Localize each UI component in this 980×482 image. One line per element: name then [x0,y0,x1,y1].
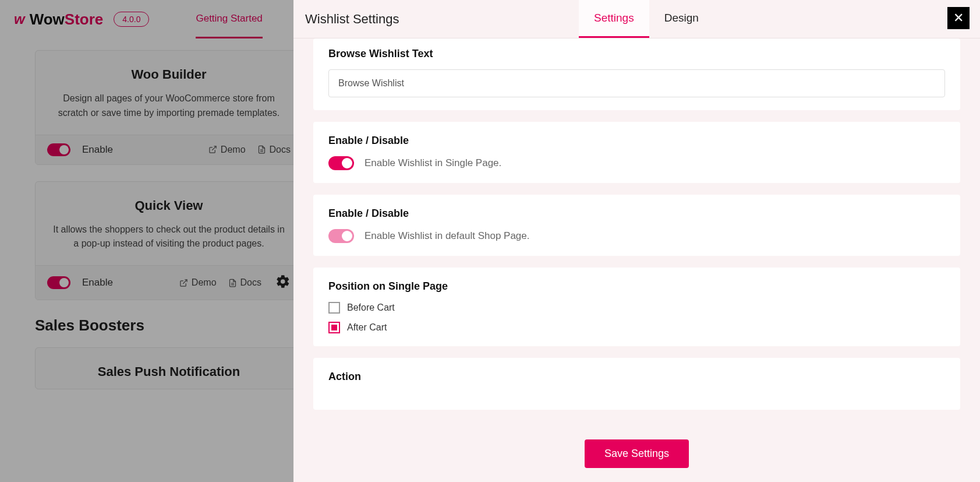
modal-body: Browse Wishlist Text Enable / Disable En… [293,38,980,430]
modal-title: Wishlist Settings [305,12,399,27]
close-icon: ✕ [953,10,964,26]
browse-wishlist-text-input[interactable] [328,69,945,97]
tab-design[interactable]: Design [649,0,714,38]
field-label: Browse Wishlist Text [328,48,945,60]
panel-position: Position on Single Page Before Cart Afte… [313,268,960,346]
field-label: Enable / Disable [328,135,945,147]
checkbox-label: After Cart [347,322,387,333]
field-label: Position on Single Page [328,280,945,293]
panel-action: Action [313,358,960,410]
shop-page-toggle[interactable] [328,229,354,243]
field-label: Action [328,371,945,383]
modal-header: Wishlist Settings Settings Design ✕ [293,0,980,38]
toggle-description: Enable Wishlist in default Shop Page. [365,230,530,242]
tab-settings[interactable]: Settings [579,0,649,38]
panel-single-page-enable: Enable / Disable Enable Wishlist in Sing… [313,122,960,183]
checkbox-icon [328,322,340,333]
position-after-cart[interactable]: After Cart [328,322,945,333]
field-label: Enable / Disable [328,207,945,220]
checkbox-icon [328,302,340,314]
wishlist-settings-modal: Wishlist Settings Settings Design ✕ Brow… [293,0,980,482]
save-settings-button[interactable]: Save Settings [585,439,689,468]
single-page-toggle[interactable] [328,156,354,170]
panel-shop-page-enable: Enable / Disable Enable Wishlist in defa… [313,195,960,256]
checkbox-label: Before Cart [347,302,395,313]
toggle-description: Enable Wishlist in Single Page. [365,157,501,169]
modal-footer: Save Settings [293,430,980,482]
close-button[interactable]: ✕ [947,7,970,29]
modal-tabs: Settings Design [579,0,714,38]
panel-browse-text: Browse Wishlist Text [313,38,960,110]
position-before-cart[interactable]: Before Cart [328,302,945,314]
